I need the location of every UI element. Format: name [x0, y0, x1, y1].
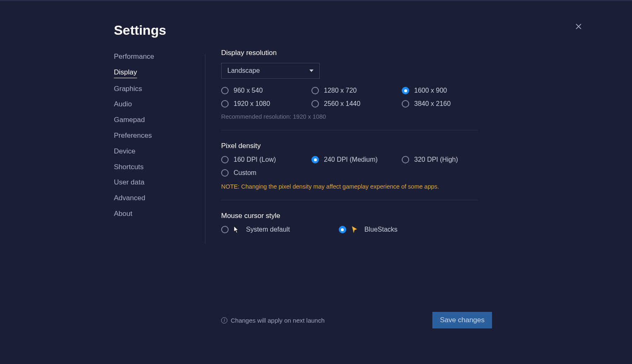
sidebar-item-performance[interactable]: Performance — [114, 52, 154, 62]
section-mouse-cursor: Mouse cursor style System default BlueSt… — [221, 212, 486, 233]
radio-button-icon — [311, 87, 319, 94]
sidebar-item-shortcuts[interactable]: Shortcuts — [114, 162, 144, 172]
sidebar-item-label: Audio — [114, 100, 132, 108]
radio-button-icon — [402, 87, 409, 94]
radio-button-icon — [339, 226, 346, 233]
sidebar-divider — [205, 54, 205, 244]
radio-button-icon — [402, 100, 409, 108]
section-title-resolution: Display resolution — [221, 49, 486, 57]
sidebar-item-label: Performance — [114, 53, 154, 60]
section-display-resolution: Display resolution Landscape 960 x 540 1… — [221, 49, 486, 130]
radio-button-icon — [221, 226, 229, 233]
sidebar-item-label: User data — [114, 178, 145, 186]
dpi-option-160[interactable]: 160 DPI (Low) — [221, 156, 311, 163]
radio-button-icon — [311, 100, 319, 108]
radio-button-icon — [221, 100, 229, 108]
settings-footer: i Changes will apply on next launch Save… — [221, 312, 492, 328]
radio-button-icon — [221, 87, 229, 94]
cursor-style-options: System default BlueStacks — [221, 226, 486, 233]
resolution-option-1920x1080[interactable]: 1920 x 1080 — [221, 100, 311, 108]
sidebar-item-about[interactable]: About — [114, 209, 132, 219]
section-title-cursor: Mouse cursor style — [221, 212, 486, 220]
system-cursor-icon — [234, 226, 239, 233]
radio-button-icon — [311, 156, 319, 163]
chevron-down-icon — [309, 69, 314, 72]
footer-note-text: Changes will apply on next launch — [231, 317, 325, 324]
sidebar-item-label: Preferences — [114, 132, 152, 139]
resolution-option-2560x1440[interactable]: 2560 x 1440 — [311, 100, 402, 108]
sidebar-item-user-data[interactable]: User data — [114, 177, 145, 187]
cursor-option-bluestacks[interactable]: BlueStacks — [339, 226, 398, 233]
radio-label: 240 DPI (Medium) — [324, 156, 378, 163]
sidebar-item-label: About — [114, 210, 132, 218]
sidebar-item-label: Gamepad — [114, 116, 145, 124]
section-pixel-density: Pixel density 160 DPI (Low) 240 DPI (Med… — [221, 142, 486, 200]
sidebar-item-audio[interactable]: Audio — [114, 99, 132, 109]
radio-label: Custom — [234, 169, 256, 177]
resolution-option-3840x2160[interactable]: 3840 x 2160 — [402, 100, 492, 108]
sidebar-item-preferences[interactable]: Preferences — [114, 131, 152, 141]
radio-label: 320 DPI (High) — [414, 156, 458, 163]
pixel-density-options: 160 DPI (Low) 240 DPI (Medium) 320 DPI (… — [221, 156, 486, 177]
footer-note: i Changes will apply on next launch — [221, 317, 325, 324]
resolution-option-1600x900[interactable]: 1600 x 900 — [402, 87, 492, 94]
orientation-dropdown[interactable]: Landscape — [221, 63, 320, 79]
sidebar-item-label: Advanced — [114, 194, 145, 202]
radio-button-icon — [221, 169, 229, 177]
sidebar-item-advanced[interactable]: Advanced — [114, 193, 145, 203]
cursor-option-system-default[interactable]: System default — [221, 226, 290, 233]
page-title: Settings — [114, 23, 166, 38]
top-edge-strip — [0, 0, 632, 1]
sidebar-item-label: Shortcuts — [114, 163, 144, 171]
resolution-option-1280x720[interactable]: 1280 x 720 — [311, 87, 402, 94]
section-divider — [221, 130, 478, 130]
radio-label: 160 DPI (Low) — [234, 156, 276, 163]
radio-label: System default — [246, 226, 290, 233]
resolution-options: 960 x 540 1280 x 720 1600 x 900 1920 x 1… — [221, 87, 486, 108]
radio-label: 2560 x 1440 — [324, 100, 360, 108]
radio-label: 1600 x 900 — [414, 87, 447, 94]
orientation-selected-value: Landscape — [227, 67, 260, 74]
sidebar-item-display[interactable]: Display — [114, 67, 137, 78]
section-title-pixel-density: Pixel density — [221, 142, 486, 150]
sidebar-item-label: Device — [114, 147, 135, 155]
dpi-option-240[interactable]: 240 DPI (Medium) — [311, 156, 402, 163]
pixel-density-note: NOTE: Changing the pixel density may aff… — [221, 183, 486, 190]
save-changes-button[interactable]: Save changes — [432, 312, 492, 328]
sidebar-item-label: Graphics — [114, 85, 142, 93]
close-icon — [574, 22, 583, 31]
radio-button-icon — [221, 156, 229, 163]
section-divider — [221, 200, 478, 200]
sidebar-item-graphics[interactable]: Graphics — [114, 84, 142, 94]
radio-label: 3840 x 2160 — [414, 100, 451, 108]
info-icon: i — [221, 317, 227, 323]
radio-label: 960 x 540 — [234, 87, 263, 94]
settings-content: Display resolution Landscape 960 x 540 1… — [221, 49, 486, 245]
radio-button-icon — [402, 156, 409, 163]
close-button[interactable] — [574, 22, 584, 31]
radio-label: BlueStacks — [364, 226, 398, 233]
radio-label: 1280 x 720 — [324, 87, 357, 94]
resolution-option-960x540[interactable]: 960 x 540 — [221, 87, 311, 94]
radio-label: 1920 x 1080 — [234, 100, 270, 108]
dpi-option-320[interactable]: 320 DPI (High) — [402, 156, 492, 163]
sidebar-item-device[interactable]: Device — [114, 146, 135, 156]
recommended-resolution-text: Recommended resolution: 1920 x 1080 — [221, 113, 486, 120]
bluestacks-cursor-icon — [351, 226, 358, 233]
sidebar-item-gamepad[interactable]: Gamepad — [114, 115, 145, 125]
settings-sidebar: Performance Display Graphics Audio Gamep… — [114, 52, 205, 219]
sidebar-item-label: Display — [114, 68, 137, 76]
dpi-option-custom[interactable]: Custom — [221, 169, 311, 177]
